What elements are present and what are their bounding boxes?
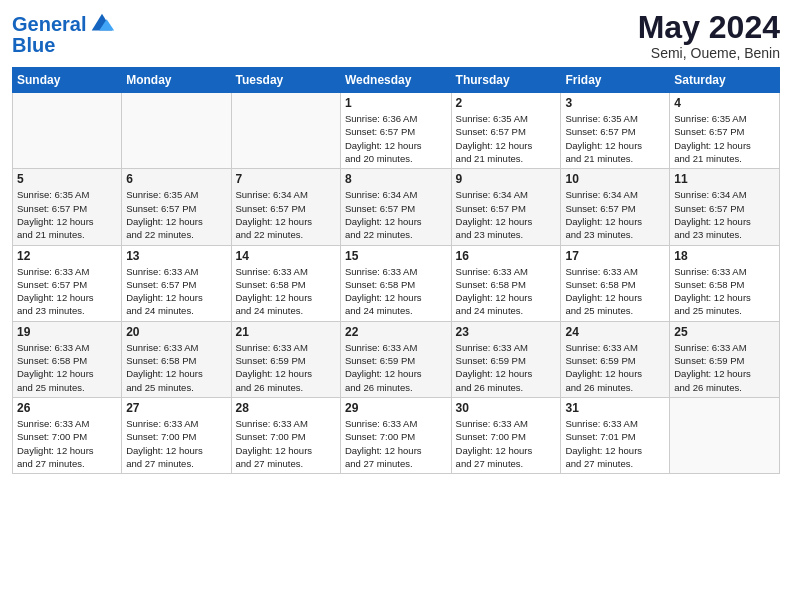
main-container: General Blue May 2024 Semi, Oueme, Benin… bbox=[0, 0, 792, 482]
day-info: Sunrise: 6:33 AM Sunset: 7:00 PM Dayligh… bbox=[345, 417, 447, 470]
logo-icon bbox=[88, 10, 116, 38]
calendar-cell: 19Sunrise: 6:33 AM Sunset: 6:58 PM Dayli… bbox=[13, 321, 122, 397]
calendar-cell: 6Sunrise: 6:35 AM Sunset: 6:57 PM Daylig… bbox=[122, 169, 231, 245]
calendar-table: Sunday Monday Tuesday Wednesday Thursday… bbox=[12, 67, 780, 474]
calendar-cell: 4Sunrise: 6:35 AM Sunset: 6:57 PM Daylig… bbox=[670, 93, 780, 169]
calendar-cell: 29Sunrise: 6:33 AM Sunset: 7:00 PM Dayli… bbox=[340, 397, 451, 473]
calendar-cell bbox=[231, 93, 340, 169]
day-info: Sunrise: 6:33 AM Sunset: 6:58 PM Dayligh… bbox=[565, 265, 665, 318]
day-number: 14 bbox=[236, 249, 336, 263]
day-number: 5 bbox=[17, 172, 117, 186]
calendar-cell: 7Sunrise: 6:34 AM Sunset: 6:57 PM Daylig… bbox=[231, 169, 340, 245]
day-number: 3 bbox=[565, 96, 665, 110]
day-number: 6 bbox=[126, 172, 226, 186]
day-number: 26 bbox=[17, 401, 117, 415]
calendar-week-1: 1Sunrise: 6:36 AM Sunset: 6:57 PM Daylig… bbox=[13, 93, 780, 169]
day-number: 4 bbox=[674, 96, 775, 110]
day-number: 15 bbox=[345, 249, 447, 263]
day-info: Sunrise: 6:33 AM Sunset: 7:00 PM Dayligh… bbox=[126, 417, 226, 470]
day-info: Sunrise: 6:34 AM Sunset: 6:57 PM Dayligh… bbox=[345, 188, 447, 241]
col-friday: Friday bbox=[561, 68, 670, 93]
calendar-cell: 5Sunrise: 6:35 AM Sunset: 6:57 PM Daylig… bbox=[13, 169, 122, 245]
header: General Blue May 2024 Semi, Oueme, Benin bbox=[12, 10, 780, 61]
calendar-cell: 16Sunrise: 6:33 AM Sunset: 6:58 PM Dayli… bbox=[451, 245, 561, 321]
calendar-cell: 17Sunrise: 6:33 AM Sunset: 6:58 PM Dayli… bbox=[561, 245, 670, 321]
day-number: 19 bbox=[17, 325, 117, 339]
day-number: 25 bbox=[674, 325, 775, 339]
col-thursday: Thursday bbox=[451, 68, 561, 93]
location: Semi, Oueme, Benin bbox=[638, 45, 780, 61]
calendar-cell: 24Sunrise: 6:33 AM Sunset: 6:59 PM Dayli… bbox=[561, 321, 670, 397]
day-info: Sunrise: 6:34 AM Sunset: 6:57 PM Dayligh… bbox=[456, 188, 557, 241]
calendar-header-row: Sunday Monday Tuesday Wednesday Thursday… bbox=[13, 68, 780, 93]
col-saturday: Saturday bbox=[670, 68, 780, 93]
calendar-cell: 26Sunrise: 6:33 AM Sunset: 7:00 PM Dayli… bbox=[13, 397, 122, 473]
day-number: 13 bbox=[126, 249, 226, 263]
logo: General Blue bbox=[12, 10, 116, 57]
day-info: Sunrise: 6:36 AM Sunset: 6:57 PM Dayligh… bbox=[345, 112, 447, 165]
day-number: 2 bbox=[456, 96, 557, 110]
day-info: Sunrise: 6:33 AM Sunset: 6:58 PM Dayligh… bbox=[126, 341, 226, 394]
day-info: Sunrise: 6:34 AM Sunset: 6:57 PM Dayligh… bbox=[674, 188, 775, 241]
calendar-week-3: 12Sunrise: 6:33 AM Sunset: 6:57 PM Dayli… bbox=[13, 245, 780, 321]
calendar-cell: 27Sunrise: 6:33 AM Sunset: 7:00 PM Dayli… bbox=[122, 397, 231, 473]
day-number: 27 bbox=[126, 401, 226, 415]
day-number: 11 bbox=[674, 172, 775, 186]
day-info: Sunrise: 6:35 AM Sunset: 6:57 PM Dayligh… bbox=[674, 112, 775, 165]
calendar-cell: 3Sunrise: 6:35 AM Sunset: 6:57 PM Daylig… bbox=[561, 93, 670, 169]
calendar-cell: 28Sunrise: 6:33 AM Sunset: 7:00 PM Dayli… bbox=[231, 397, 340, 473]
calendar-week-2: 5Sunrise: 6:35 AM Sunset: 6:57 PM Daylig… bbox=[13, 169, 780, 245]
day-number: 7 bbox=[236, 172, 336, 186]
calendar-cell: 10Sunrise: 6:34 AM Sunset: 6:57 PM Dayli… bbox=[561, 169, 670, 245]
calendar-cell: 9Sunrise: 6:34 AM Sunset: 6:57 PM Daylig… bbox=[451, 169, 561, 245]
day-info: Sunrise: 6:35 AM Sunset: 6:57 PM Dayligh… bbox=[17, 188, 117, 241]
day-info: Sunrise: 6:33 AM Sunset: 6:59 PM Dayligh… bbox=[236, 341, 336, 394]
day-number: 28 bbox=[236, 401, 336, 415]
calendar-cell: 14Sunrise: 6:33 AM Sunset: 6:58 PM Dayli… bbox=[231, 245, 340, 321]
day-info: Sunrise: 6:33 AM Sunset: 7:01 PM Dayligh… bbox=[565, 417, 665, 470]
day-number: 1 bbox=[345, 96, 447, 110]
calendar-cell: 22Sunrise: 6:33 AM Sunset: 6:59 PM Dayli… bbox=[340, 321, 451, 397]
col-sunday: Sunday bbox=[13, 68, 122, 93]
day-number: 24 bbox=[565, 325, 665, 339]
day-info: Sunrise: 6:33 AM Sunset: 6:59 PM Dayligh… bbox=[565, 341, 665, 394]
day-info: Sunrise: 6:33 AM Sunset: 7:00 PM Dayligh… bbox=[456, 417, 557, 470]
day-info: Sunrise: 6:33 AM Sunset: 6:59 PM Dayligh… bbox=[345, 341, 447, 394]
logo-text: General bbox=[12, 13, 86, 35]
day-number: 29 bbox=[345, 401, 447, 415]
day-number: 23 bbox=[456, 325, 557, 339]
day-number: 22 bbox=[345, 325, 447, 339]
calendar-cell: 31Sunrise: 6:33 AM Sunset: 7:01 PM Dayli… bbox=[561, 397, 670, 473]
month-title: May 2024 bbox=[638, 10, 780, 45]
day-number: 12 bbox=[17, 249, 117, 263]
title-block: May 2024 Semi, Oueme, Benin bbox=[638, 10, 780, 61]
day-info: Sunrise: 6:33 AM Sunset: 6:58 PM Dayligh… bbox=[674, 265, 775, 318]
day-number: 17 bbox=[565, 249, 665, 263]
day-number: 9 bbox=[456, 172, 557, 186]
calendar-cell: 20Sunrise: 6:33 AM Sunset: 6:58 PM Dayli… bbox=[122, 321, 231, 397]
day-info: Sunrise: 6:33 AM Sunset: 6:58 PM Dayligh… bbox=[456, 265, 557, 318]
calendar-cell: 2Sunrise: 6:35 AM Sunset: 6:57 PM Daylig… bbox=[451, 93, 561, 169]
calendar-cell: 18Sunrise: 6:33 AM Sunset: 6:58 PM Dayli… bbox=[670, 245, 780, 321]
day-number: 8 bbox=[345, 172, 447, 186]
calendar-cell bbox=[122, 93, 231, 169]
calendar-cell bbox=[670, 397, 780, 473]
day-number: 20 bbox=[126, 325, 226, 339]
calendar-cell: 25Sunrise: 6:33 AM Sunset: 6:59 PM Dayli… bbox=[670, 321, 780, 397]
day-number: 18 bbox=[674, 249, 775, 263]
day-info: Sunrise: 6:34 AM Sunset: 6:57 PM Dayligh… bbox=[565, 188, 665, 241]
day-number: 31 bbox=[565, 401, 665, 415]
calendar-cell: 1Sunrise: 6:36 AM Sunset: 6:57 PM Daylig… bbox=[340, 93, 451, 169]
calendar-cell: 30Sunrise: 6:33 AM Sunset: 7:00 PM Dayli… bbox=[451, 397, 561, 473]
calendar-cell bbox=[13, 93, 122, 169]
day-number: 10 bbox=[565, 172, 665, 186]
day-info: Sunrise: 6:33 AM Sunset: 6:58 PM Dayligh… bbox=[345, 265, 447, 318]
calendar-week-4: 19Sunrise: 6:33 AM Sunset: 6:58 PM Dayli… bbox=[13, 321, 780, 397]
day-info: Sunrise: 6:33 AM Sunset: 6:57 PM Dayligh… bbox=[17, 265, 117, 318]
day-info: Sunrise: 6:33 AM Sunset: 7:00 PM Dayligh… bbox=[17, 417, 117, 470]
day-info: Sunrise: 6:33 AM Sunset: 6:59 PM Dayligh… bbox=[456, 341, 557, 394]
day-info: Sunrise: 6:35 AM Sunset: 6:57 PM Dayligh… bbox=[456, 112, 557, 165]
calendar-cell: 23Sunrise: 6:33 AM Sunset: 6:59 PM Dayli… bbox=[451, 321, 561, 397]
day-info: Sunrise: 6:33 AM Sunset: 6:58 PM Dayligh… bbox=[236, 265, 336, 318]
col-monday: Monday bbox=[122, 68, 231, 93]
